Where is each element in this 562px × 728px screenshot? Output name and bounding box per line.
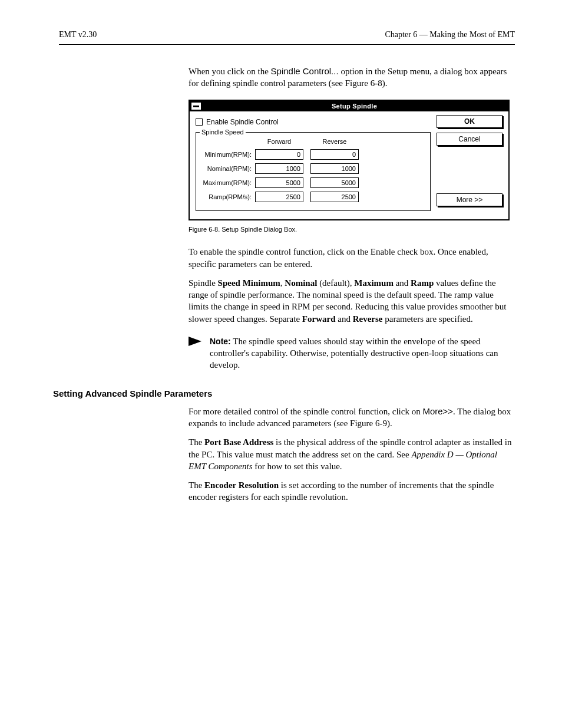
para-port: The Port Base Address is the physical ad… — [189, 436, 515, 472]
max-forward-field[interactable]: 5000 — [255, 177, 303, 188]
note-block: Note: The spindle speed values should st… — [189, 335, 515, 371]
row-ramp-label: Ramp(RPM/s): — [201, 193, 255, 202]
col-forward-label: Forward — [255, 137, 303, 146]
system-menu-icon[interactable] — [191, 102, 201, 110]
para-more: For more detailed control of the spindle… — [189, 406, 515, 430]
more-button[interactable]: More >> — [437, 193, 503, 206]
header-rule — [59, 44, 515, 45]
ramp-forward-field[interactable]: 2500 — [255, 192, 303, 202]
group-legend: Spindle Speed — [200, 128, 246, 137]
nom-reverse-field[interactable]: 1000 — [310, 163, 359, 174]
section-heading: Setting Advanced Spindle Parameters — [53, 388, 513, 400]
para-encoder: The Encoder Resolution is set according … — [189, 479, 515, 503]
row-max-label: Maximum(RPM): — [201, 179, 255, 187]
dialog-titlebar: Setup Spindle — [190, 101, 508, 111]
note-text: The spindle speed values should stay wit… — [210, 337, 498, 370]
dialog-title: Setup Spindle — [204, 102, 505, 111]
para-intro: When you click on the Spindle Control...… — [189, 65, 515, 90]
col-reverse-label: Reverse — [310, 137, 359, 146]
svg-marker-0 — [189, 337, 201, 346]
figure-caption: Figure 6-8. Setup Spindle Dialog Box. — [189, 225, 515, 234]
header-right: Chapter 6 — Making the Most of EMT — [385, 29, 515, 41]
setup-spindle-dialog: Setup Spindle Enable Spindle Control Spi… — [189, 100, 510, 220]
min-forward-field[interactable]: 0 — [255, 149, 303, 160]
max-reverse-field[interactable]: 5000 — [310, 177, 359, 188]
spindle-speed-group: Spindle Speed Forward Reverse Minimum(RP… — [196, 132, 431, 212]
note-label: Note: — [210, 337, 231, 346]
min-reverse-field[interactable]: 0 — [310, 149, 359, 160]
ramp-reverse-field[interactable]: 2500 — [310, 192, 359, 202]
row-nom-label: Nominal(RPM): — [201, 164, 255, 173]
header-left: EMT v2.30 — [59, 29, 97, 41]
para-speed: Spindle Speed Minimum, Nominal (default)… — [189, 277, 515, 325]
figure-dialog: Setup Spindle Enable Spindle Control Spi… — [189, 100, 515, 234]
note-arrow-icon — [189, 337, 201, 346]
enable-spindle-label: Enable Spindle Control — [206, 117, 279, 127]
enable-spindle-checkbox[interactable] — [196, 118, 203, 126]
cancel-button[interactable]: Cancel — [437, 133, 503, 146]
para-enable: To enable the spindle control function, … — [189, 246, 515, 270]
nom-forward-field[interactable]: 1000 — [255, 163, 303, 174]
row-min-label: Minimum(RPM): — [201, 150, 255, 159]
ok-button[interactable]: OK — [437, 115, 503, 128]
